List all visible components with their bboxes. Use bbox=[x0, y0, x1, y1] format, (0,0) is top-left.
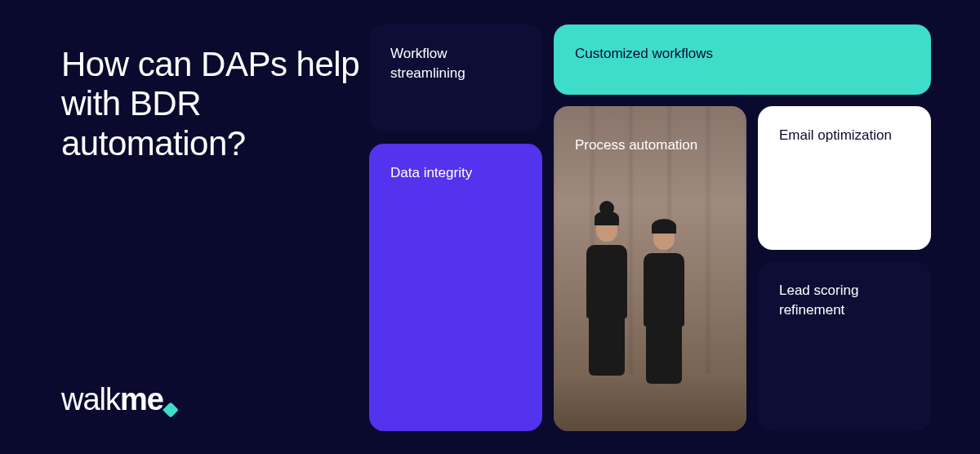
card-customized-workflows: Customized workflows bbox=[554, 24, 931, 95]
card-email-optimization: Email optimization bbox=[758, 106, 931, 250]
walkme-logo: walkme bbox=[61, 382, 176, 417]
photo-person-2 bbox=[635, 219, 693, 382]
photo-person-1 bbox=[578, 211, 635, 374]
cards-grid: Workflow streamlining Customized workflo… bbox=[369, 0, 980, 454]
page-heading: How can DAPs help with BDR automation? bbox=[61, 45, 369, 163]
card-data-integrity: Data integrity bbox=[369, 144, 542, 431]
card-workflow-streamlining: Workflow streamlining bbox=[369, 24, 542, 132]
speech-bubble-icon bbox=[163, 402, 179, 418]
card-process-label: Process automation bbox=[575, 136, 725, 155]
card-lead-scoring: Lead scoring refinement bbox=[758, 261, 931, 431]
left-section: How can DAPs help with BDR automation? w… bbox=[0, 0, 369, 454]
logo-text: walkme bbox=[61, 382, 163, 417]
logo-text-bold: me bbox=[120, 382, 163, 416]
main-container: How can DAPs help with BDR automation? w… bbox=[0, 0, 980, 454]
card-process-automation: Process automation bbox=[554, 106, 746, 431]
logo-text-light: walk bbox=[61, 382, 120, 416]
